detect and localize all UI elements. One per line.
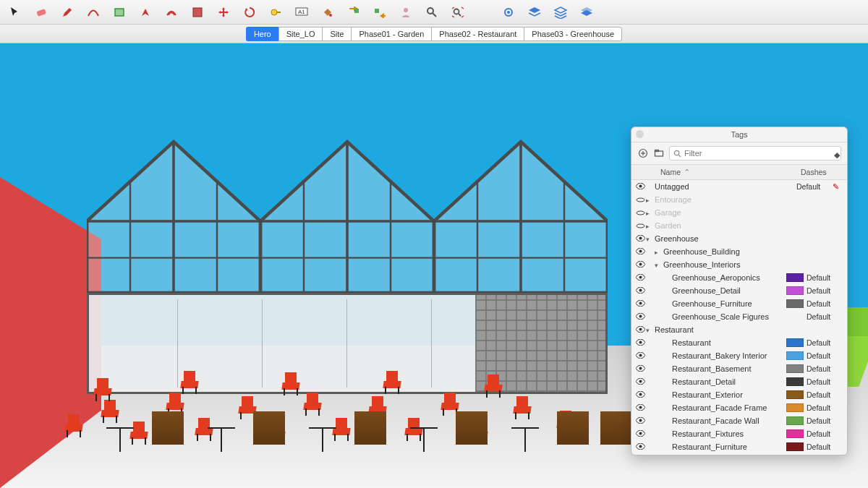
expand-toggle-icon[interactable]: ▸	[646, 210, 655, 217]
dash-style[interactable]: Default	[807, 416, 843, 425]
visibility-hidden-icon[interactable]	[634, 221, 646, 230]
dash-style[interactable]: Default	[807, 442, 843, 451]
tag-name[interactable]: Restaurant_Fixtures	[646, 429, 783, 438]
panel-titlebar[interactable]: Tags	[631, 127, 847, 142]
visibility-eye-icon[interactable]	[634, 286, 646, 295]
settings-gear-tool[interactable]	[501, 4, 516, 20]
color-swatch[interactable]	[786, 403, 804, 412]
tag-row[interactable]: Greenhouse_FurnitureDefault	[631, 297, 847, 310]
scene-tab[interactable]: Phase02 - Restaurant	[431, 27, 524, 41]
tag-row[interactable]: Greenhouse_Scale FiguresDefault	[631, 310, 847, 323]
visibility-eye-icon[interactable]	[634, 403, 646, 412]
visibility-eye-icon[interactable]	[634, 247, 646, 256]
tag-row[interactable]: UntaggedDefault✎	[631, 180, 847, 193]
dash-style[interactable]: Default	[807, 351, 843, 360]
dash-style[interactable]: Default	[807, 286, 843, 295]
tag-name[interactable]: Greenhouse_Aeroponics	[646, 273, 783, 282]
tag-name[interactable]: Restaurant_Furniture	[646, 442, 783, 451]
tag-row[interactable]: Greenhouse_AeroponicsDefault	[631, 271, 847, 284]
tag-name[interactable]: Restaurant_Facade Frame	[646, 403, 783, 412]
color-swatch[interactable]	[786, 364, 804, 373]
visibility-eye-icon[interactable]	[634, 312, 646, 321]
3dw-get-tool[interactable]	[372, 4, 388, 20]
scene-tab[interactable]: Phase01 - Garden	[351, 27, 431, 41]
dash-style[interactable]: Default	[796, 182, 833, 191]
color-swatch[interactable]	[786, 299, 804, 308]
color-swatch[interactable]	[786, 286, 804, 295]
tag-name[interactable]: Restaurant_Exterior	[646, 390, 783, 399]
tag-name[interactable]: Restaurant_Bakery Interior	[646, 351, 783, 360]
color-swatch[interactable]	[786, 377, 804, 386]
tag-row[interactable]: ▾Greenhouse	[631, 232, 847, 245]
dash-style[interactable]: Default	[807, 273, 843, 282]
tag-row[interactable]: ▸Entourage	[631, 193, 847, 206]
tag-name[interactable]: ▸Garage	[646, 208, 783, 217]
tag-row[interactable]: Restaurant_Facade FrameDefault	[631, 401, 847, 414]
tag-row[interactable]: Restaurant_ExteriorDefault	[631, 388, 847, 401]
visibility-eye-icon[interactable]	[634, 364, 646, 373]
scene-tab[interactable]: Site_LO	[278, 27, 323, 41]
eraser-tool[interactable]	[33, 4, 49, 20]
tag-row[interactable]: Restaurant_FixturesDefault	[631, 427, 847, 440]
tag-name[interactable]: Greenhouse_Detail	[646, 286, 783, 295]
dash-style[interactable]: Default	[807, 390, 843, 399]
zoom-tool[interactable]	[424, 4, 440, 20]
dash-style[interactable]: Default	[807, 299, 843, 308]
tag-search[interactable]	[669, 146, 841, 160]
rect-tool[interactable]	[111, 4, 127, 20]
visibility-eye-icon[interactable]	[634, 299, 646, 308]
visibility-eye-icon[interactable]	[634, 338, 646, 347]
tag-row[interactable]: ▾Restaurant	[631, 323, 847, 336]
paint-tool[interactable]	[320, 4, 336, 20]
offset-tool[interactable]	[163, 4, 179, 20]
tag-name[interactable]: Restaurant_Facade Wall	[646, 416, 783, 425]
dash-style[interactable]: Default	[807, 312, 843, 321]
person-tool[interactable]	[398, 4, 414, 20]
tag-name[interactable]: Greenhouse_Scale Figures	[646, 312, 783, 321]
color-swatch[interactable]	[786, 416, 804, 425]
color-swatch[interactable]	[786, 429, 804, 438]
column-dashes[interactable]: Dashes	[801, 168, 841, 176]
tag-row[interactable]: ▾Greenhouse_Interiors	[631, 258, 847, 271]
text-tool[interactable]: A1	[294, 4, 310, 20]
visibility-hidden-icon[interactable]	[634, 208, 646, 217]
tag-row[interactable]: ▸Garden	[631, 219, 847, 232]
expand-toggle-icon[interactable]: ▾	[655, 262, 663, 269]
tag-row[interactable]: Restaurant_BasementDefault	[631, 362, 847, 375]
layers1-tool[interactable]	[527, 4, 542, 20]
tag-name[interactable]: ▾Restaurant	[646, 325, 783, 334]
visibility-eye-icon[interactable]	[634, 325, 646, 334]
dash-style[interactable]: Default	[807, 338, 843, 347]
scene-tab[interactable]: Phase03 - Greenhouse	[524, 27, 622, 41]
dash-style[interactable]: Default	[807, 364, 843, 373]
tag-name[interactable]: ▸Greenhouse_Building	[646, 247, 783, 256]
3dw-send-tool[interactable]	[346, 4, 362, 20]
visibility-hidden-icon[interactable]	[634, 195, 646, 204]
visibility-eye-icon[interactable]	[634, 260, 646, 269]
color-swatch[interactable]	[786, 442, 804, 451]
expand-toggle-icon[interactable]: ▸	[646, 197, 655, 204]
tag-name[interactable]: ▾Greenhouse_Interiors	[646, 260, 783, 269]
layers2-tool[interactable]	[553, 4, 569, 20]
tag-name[interactable]: Greenhouse_Furniture	[646, 299, 783, 308]
tag-filter-input[interactable]	[684, 149, 837, 158]
tag-name[interactable]: ▸Garden	[646, 221, 783, 230]
tag-name[interactable]: Restaurant_Detail	[646, 377, 783, 386]
move-tool[interactable]	[216, 4, 231, 20]
scene-tab[interactable]: Hero	[246, 27, 278, 41]
panel-menu-icon[interactable]: ◆	[831, 149, 843, 160]
select-tool[interactable]	[7, 4, 23, 20]
expand-toggle-icon[interactable]: ▸	[646, 223, 655, 230]
tag-row[interactable]: Restaurant_FurnitureDefault	[631, 440, 847, 453]
layers3-tool[interactable]	[579, 4, 595, 20]
dash-style[interactable]: Default	[807, 429, 843, 438]
visibility-eye-icon[interactable]	[634, 416, 646, 425]
tag-row[interactable]: Restaurant_Facade WallDefault	[631, 414, 847, 427]
visibility-eye-icon[interactable]	[634, 273, 646, 282]
tag-row[interactable]: Restaurant_DetailDefault	[631, 375, 847, 388]
expand-toggle-icon[interactable]: ▾	[646, 236, 655, 243]
visibility-eye-icon[interactable]	[634, 377, 646, 386]
tag-name[interactable]: ▾Greenhouse	[646, 234, 783, 243]
tape-tool[interactable]	[268, 4, 284, 20]
scene-tab[interactable]: Site	[322, 27, 351, 41]
